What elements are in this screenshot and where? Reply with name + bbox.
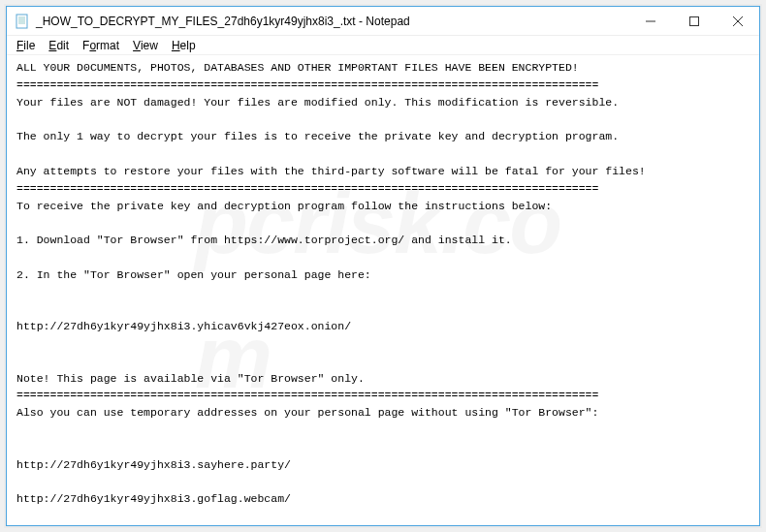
- text-line: ALL Y0UR D0CUMENTS, PHOTOS, DATABASES AN…: [16, 61, 579, 74]
- close-button[interactable]: [716, 7, 759, 35]
- title-left: _HOW_TO_DECRYPT_MY_FILES_27dh6y1kyr49yjh…: [15, 14, 410, 29]
- menu-file[interactable]: File: [11, 38, 41, 53]
- svg-rect-6: [689, 16, 698, 25]
- text-line: ========================================…: [16, 78, 598, 91]
- menu-edit[interactable]: Edit: [43, 38, 75, 53]
- minimize-button[interactable]: [628, 7, 672, 35]
- maximize-button[interactable]: [672, 7, 716, 35]
- text-line: http://27dh6y1kyr49yjhx8i3.yhicav6vkj427…: [16, 320, 351, 332]
- menu-format[interactable]: Format: [77, 38, 125, 53]
- watermark: pcrisk.com: [195, 155, 571, 425]
- text-line: ========================================…: [16, 182, 598, 195]
- text-line: To receive the private key and decryptio…: [16, 200, 552, 212]
- text-area[interactable]: ALL Y0UR D0CUMENTS, PHOTOS, DATABASES AN…: [7, 55, 759, 525]
- text-line: Your files are NOT damaged! Your files a…: [16, 96, 619, 109]
- text-line: http://27dh6y1kyr49yjhx8i3.goflag.webcam…: [16, 492, 291, 505]
- menu-bar: File Edit Format View Help: [7, 36, 759, 55]
- text-line: ========================================…: [16, 389, 598, 401]
- text-line: The only 1 way to decrypt your files is …: [16, 130, 619, 142]
- notepad-icon: [15, 14, 30, 29]
- text-line: Note! This page is available via "Tor Br…: [16, 372, 365, 385]
- window-controls: [628, 7, 759, 35]
- text-line: Any attempts to restore your files with …: [16, 165, 646, 177]
- notepad-window: _HOW_TO_DECRYPT_MY_FILES_27dh6y1kyr49yjh…: [6, 6, 760, 526]
- text-line: 2. In the "Tor Browser" open your person…: [16, 268, 371, 281]
- text-line: Also you can use temporary addresses on …: [16, 406, 598, 419]
- text-line: http://27dh6y1kyr49yjhx8i3.sayhere.party…: [16, 458, 291, 471]
- menu-help[interactable]: Help: [166, 38, 202, 53]
- window-title: _HOW_TO_DECRYPT_MY_FILES_27dh6y1kyr49yjh…: [36, 15, 410, 28]
- title-bar: _HOW_TO_DECRYPT_MY_FILES_27dh6y1kyr49yjh…: [7, 7, 759, 36]
- menu-view[interactable]: View: [127, 38, 164, 53]
- text-line: 1. Download "Tor Browser" from https://w…: [16, 234, 512, 246]
